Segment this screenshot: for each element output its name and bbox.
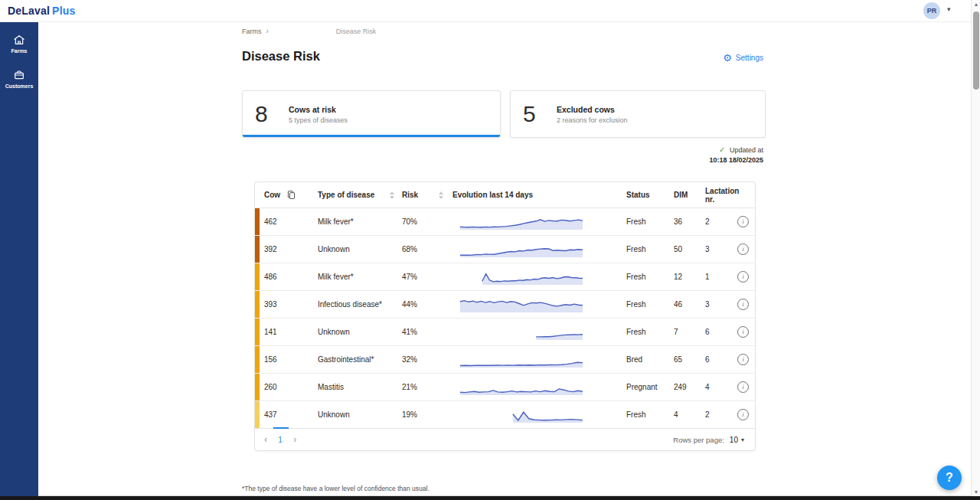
tab-title: Excluded cows [557, 105, 628, 114]
cell-lactation: 3 [705, 236, 737, 263]
barn-icon [13, 34, 25, 46]
info-icon[interactable]: i [737, 216, 749, 227]
column-header-risk[interactable]: Risk [402, 182, 452, 208]
cell-cow: 393 [255, 291, 318, 318]
cell-info: i [737, 236, 755, 263]
column-header-disease[interactable]: Type of disease [318, 182, 402, 208]
sidebar: Farms Customers [0, 21, 38, 496]
breadcrumb-current: Disease Risk [336, 28, 377, 35]
table-row: 437Unknown19%Fresh42i [255, 401, 755, 428]
info-icon[interactable]: i [737, 354, 749, 365]
severity-bar [255, 374, 260, 400]
severity-bar [255, 208, 260, 235]
cell-status: Fresh [626, 401, 674, 428]
scrollbar-thumb[interactable] [973, 11, 979, 90]
disease-table: Cow Type of disease Risk Evolution last … [254, 181, 756, 451]
cell-risk: 44% [402, 291, 452, 318]
cell-evolution [452, 208, 626, 235]
page-number[interactable]: 1 [278, 436, 283, 444]
column-label: Risk [402, 191, 418, 199]
cell-cow: 141 [255, 319, 318, 345]
cell-disease: Unknown [318, 319, 402, 345]
cell-dim: 65 [674, 346, 705, 373]
cell-status: Pregnant [626, 374, 674, 400]
cell-dim: 4 [674, 401, 705, 428]
pagination: ‹ 1 › Rows per page: 10 ▾ [255, 428, 755, 450]
breadcrumb-chevron-icon: › [266, 27, 269, 35]
cell-dim: 50 [674, 236, 705, 263]
cell-risk: 21% [402, 374, 452, 400]
updated-status: ✓ Updated at 10:18 18/02/2025 [709, 145, 763, 164]
cell-lactation: 6 [705, 346, 737, 373]
info-icon[interactable]: i [737, 409, 749, 420]
cell-evolution [452, 263, 626, 290]
info-icon[interactable]: i [737, 381, 749, 393]
evolution-sparkline [460, 296, 583, 313]
column-header-info [737, 182, 755, 208]
sort-icon[interactable] [439, 191, 443, 199]
scroll-up-icon[interactable]: ▲ [972, 2, 980, 7]
next-page-button[interactable]: › [293, 436, 296, 443]
prev-page-button[interactable]: ‹ [264, 436, 267, 443]
sort-icon[interactable] [390, 191, 394, 199]
cell-status: Fresh [626, 208, 674, 235]
cell-info: i [737, 263, 755, 290]
info-icon[interactable]: i [737, 299, 749, 310]
evolution-sparkline [460, 379, 583, 396]
table-rows: 462Milk fever*70%Fresh362i392Unknown68%F… [255, 208, 755, 428]
table-row: 156Gastrointestinal*32%Bred656i [255, 346, 755, 374]
cell-cow: 260 [255, 374, 318, 400]
settings-button[interactable]: ⚙ Settings [723, 53, 763, 63]
sidebar-item-customers[interactable]: Customers [0, 66, 38, 92]
column-header-evolution: Evolution last 14 days [452, 182, 626, 208]
tab-cows-at-risk[interactable]: 8 Cows at risk 5 types of diseases [242, 90, 501, 138]
table-row: 392Unknown68%Fresh503i [255, 236, 755, 263]
help-button[interactable]: ? [937, 466, 962, 490]
info-icon[interactable]: i [737, 271, 749, 283]
tab-excluded-cows[interactable]: 5 Excluded cows 2 reasons for exclusion [510, 90, 766, 138]
scroll-down-icon[interactable]: ▼ [972, 489, 980, 495]
cell-dim: 249 [674, 374, 705, 400]
column-label: Evolution last 14 days [452, 191, 533, 199]
summary-tabs: 8 Cows at risk 5 types of diseases 5 Exc… [242, 90, 766, 138]
brand-primary: DeLaval [8, 5, 50, 17]
cell-evolution [452, 291, 626, 318]
info-icon[interactable]: i [737, 326, 749, 338]
sidebar-item-label: Farms [11, 48, 27, 54]
breadcrumb-farms[interactable]: Farms [242, 28, 262, 35]
cell-evolution [452, 374, 626, 400]
avatar[interactable]: PR [923, 2, 940, 19]
evolution-sparkline [460, 351, 583, 368]
evolution-sparkline [460, 324, 583, 341]
bottom-bar [0, 496, 980, 500]
sidebar-item-label: Customers [5, 83, 34, 89]
cell-dim: 46 [674, 291, 705, 318]
cell-risk: 19% [402, 401, 452, 428]
sidebar-item-farms[interactable]: Farms [0, 31, 38, 57]
severity-bar [255, 291, 260, 318]
table-row: 393Infectious disease*44%Fresh463i [255, 291, 755, 319]
severity-bar [255, 263, 260, 290]
check-icon: ✓ [719, 145, 725, 154]
severity-bar [255, 401, 260, 428]
column-header-status: Status [626, 182, 674, 208]
cell-status: Fresh [626, 236, 674, 263]
evolution-sparkline [460, 269, 583, 286]
active-tab-indicator [243, 135, 500, 137]
chevron-down-icon[interactable]: ▾ [947, 5, 951, 13]
cell-status: Fresh [626, 263, 674, 290]
copy-icon[interactable] [286, 190, 296, 200]
breadcrumb: Farms › Disease Risk [242, 27, 376, 35]
rows-per-page-value: 10 [730, 436, 738, 444]
question-icon: ? [946, 471, 953, 485]
cell-dim: 36 [674, 208, 705, 235]
rows-per-page-select[interactable]: 10 ▾ [730, 436, 744, 444]
info-icon[interactable]: i [737, 243, 749, 255]
cell-disease: Milk fever* [318, 263, 402, 290]
cell-info: i [737, 208, 755, 235]
rows-per-page-label: Rows per page: [673, 436, 724, 444]
column-label: Cow [264, 191, 280, 199]
scrollbar[interactable]: ▲ ▼ [971, 0, 980, 496]
brand-logo[interactable]: DeLavalPlus [8, 0, 75, 21]
table-row: 260Mastitis21%Pregnant2494i [255, 374, 755, 401]
